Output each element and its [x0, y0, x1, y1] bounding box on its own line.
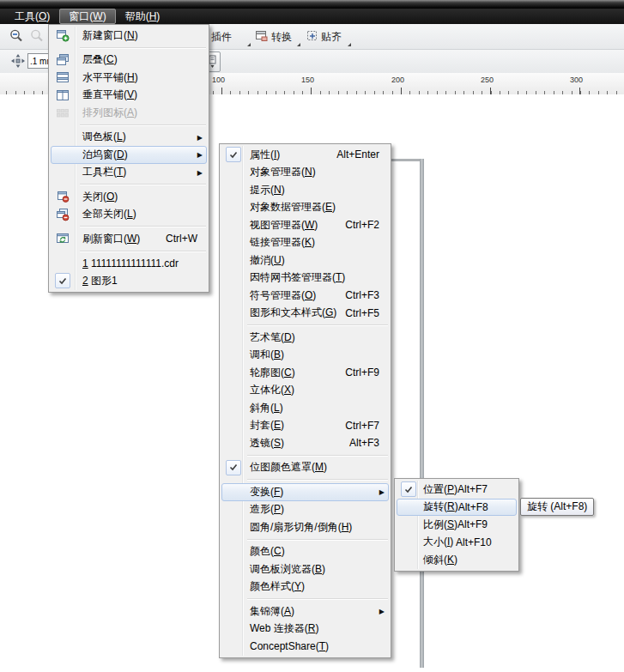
dockers-submenu-item-properties[interactable]: 属性(I)Alt+Enter — [221, 146, 389, 164]
transformations-submenu-item-scale[interactable]: 比例(S)Alt+F9 — [397, 516, 517, 534]
menubar-item-window[interactable]: 窗口(W) — [59, 9, 115, 24]
window-menu-item-close-all[interactable]: 全部关闭(L) — [51, 206, 207, 224]
menu-item-label: 集锦簿(A) — [250, 604, 294, 619]
menu-item-shortcut: Alt+F7 — [457, 483, 511, 495]
menu-bar: 工具(O)窗口(W)帮助(H) — [0, 9, 624, 24]
menu-item-shortcut: Alt+F9 — [457, 518, 511, 530]
submenu-arrow-icon: ▶ — [197, 151, 203, 159]
dockers-submenu-item-blend[interactable]: 调和(B) — [221, 347, 389, 365]
menu-item-label: 封套(E) — [250, 418, 284, 433]
dockers-submenu-item-color[interactable]: 颜色(C) — [221, 543, 389, 561]
dockers-submenu-item-extrude[interactable]: 立体化(X) — [221, 382, 389, 400]
menu-item-label: 层叠(C) — [82, 52, 118, 67]
menu-item-label: 颜色(C) — [250, 544, 285, 559]
menu-item-label: 造形(P) — [250, 502, 284, 517]
menu-item-label: 撤消(U) — [250, 253, 285, 268]
window-menu-item-toolbars[interactable]: 工具栏(T)▶ — [51, 164, 207, 182]
menu-item-shortcut: Alt+F3 — [349, 437, 383, 449]
window-menu-item-document-2[interactable]: 2 图形1 — [51, 272, 207, 290]
dockers-submenu-item-fillet-scallop-chamfer[interactable]: 圆角/扇形切角/倒角(H) — [221, 518, 389, 536]
menu-item-label: Web 连接器(R) — [250, 621, 318, 636]
toolbar-snap-label[interactable]: 贴齐 — [321, 30, 342, 44]
menu-item-shortcut: Ctrl+F2 — [345, 219, 383, 231]
dockers-submenu-item-hints[interactable]: 提示(N) — [221, 181, 389, 199]
menu-item-label: 变换(F) — [250, 485, 283, 499]
menu-item-label: 透镜(S) — [250, 436, 284, 451]
dockers-submenu-item-color-styles[interactable]: 颜色样式(Y) — [221, 578, 389, 596]
ruler-tick — [490, 88, 491, 94]
dockers-submenu-item-symbol-manager[interactable]: 符号管理器(O)Ctrl+F3 — [221, 287, 389, 305]
menubar-item-help[interactable]: 帮助(H) — [116, 9, 170, 24]
window-menu-item-tile-horizontal[interactable]: 水平平铺(H) — [51, 69, 207, 87]
menu-separator — [247, 479, 388, 481]
menu-item-label: 对象管理器(N) — [250, 165, 316, 179]
dockers-submenu-item-lens[interactable]: 透镜(S)Alt+F3 — [221, 434, 389, 452]
window-menu-item-cascade[interactable]: 层叠(C) — [51, 51, 207, 70]
menu-item-label: 比例(S) — [423, 518, 457, 532]
window-menu-item-color-palettes[interactable]: 调色板(L)▶ — [51, 129, 207, 147]
dockers-submenu-item-envelope[interactable]: 封套(E)Ctrl+F7 — [221, 417, 389, 435]
menu-item-label: 2 图形1 — [82, 274, 118, 288]
dockers-submenu-item-object-data-manager[interactable]: 对象数据管理器(E) — [221, 199, 389, 217]
window-menu-item-dockers[interactable]: 泊坞窗(D)▶ — [51, 146, 207, 164]
menu-item-label: 水平平铺(H) — [82, 70, 138, 85]
menu-item-label: 圆角/扇形切角/倒角(H) — [250, 520, 352, 535]
title-bar — [0, 0, 624, 9]
toolbar-convert-label[interactable]: 转换 — [271, 30, 292, 44]
dockers-submenu-item-transformations[interactable]: 变换(F)▶ — [221, 483, 389, 501]
menu-item-label: 全部关闭(L) — [82, 207, 136, 221]
window-menu-item-arrange-icons: 排列图标(A) — [51, 104, 207, 122]
dockers-submenu-item-internet-bookmark-manager[interactable]: 因特网书签管理器(T) — [221, 269, 389, 288]
menubar-item-tools[interactable]: 工具(O) — [5, 9, 59, 24]
menu-item-shortcut: Alt+F8 — [458, 501, 511, 513]
ruler-tick — [221, 88, 222, 94]
toolbar-overflow-icon[interactable] — [348, 43, 351, 46]
window-menu-item-close[interactable]: 关闭(O) — [51, 188, 207, 206]
menu-item-label: 轮廓图(C) — [250, 366, 295, 380]
dockers-submenu-item-shaping[interactable]: 造形(P) — [221, 501, 389, 519]
menu-item-label: 视图管理器(W) — [250, 218, 318, 233]
zoom-out-icon[interactable] — [9, 28, 24, 47]
menu-separator — [80, 184, 206, 185]
dockers-submenu-item-bitmap-color-mask[interactable]: 位图颜色遮罩(M) — [221, 459, 389, 477]
transformations-submenu-item-position[interactable]: 位置(P)Alt+F7 — [397, 481, 517, 499]
dockers-submenu-item-web-connector[interactable]: Web 连接器(R) — [221, 621, 389, 639]
menu-separator — [80, 124, 206, 126]
menu-item-shortcut: Ctrl+F7 — [345, 420, 383, 432]
window-menu-item-tile-vertical[interactable]: 垂直平铺(V) — [51, 87, 207, 105]
menu-item-label: 调色板(L) — [82, 130, 126, 144]
menu-separator — [247, 324, 388, 326]
dockers-submenu-item-view-manager[interactable]: 视图管理器(W)Ctrl+F2 — [221, 216, 389, 234]
ruler-label: 300 — [557, 76, 583, 84]
transformations-submenu-item-size[interactable]: 大小(I)Alt+F10 — [397, 534, 517, 552]
ruler-label: 200 — [379, 76, 404, 84]
dockers-submenu-item-bevel[interactable]: 斜角(L) — [221, 399, 389, 417]
dockers-submenu-item-scrapbook[interactable]: 集锦簿(A)▶ — [221, 602, 389, 621]
window-menu-item-document-1[interactable]: 1 11111111111111.cdr — [51, 255, 207, 273]
menu-item-label: 关闭(O) — [82, 190, 118, 204]
window-menu-item-refresh-window[interactable]: 刷新窗口(W)Ctrl+W — [51, 230, 207, 248]
toolbar-plugin-label[interactable]: 插件 — [211, 30, 232, 44]
cascade-icon — [56, 53, 70, 67]
dockers-submenu-item-graphic-text-styles[interactable]: 图形和文本样式(G)Ctrl+F5 — [221, 305, 389, 323]
menu-separator — [80, 251, 206, 252]
dockers-submenu-item-conceptshare[interactable]: ConceptShare(T) — [221, 638, 389, 656]
dockers-submenu-item-contour[interactable]: 轮廓图(C)Ctrl+F9 — [221, 364, 389, 382]
toolbar-overflow-icon[interactable] — [297, 43, 300, 46]
dockers-submenu-item-palette-browser[interactable]: 调色板浏览器(B) — [221, 560, 389, 578]
menu-item-shortcut: Ctrl+F3 — [345, 289, 383, 301]
transformations-submenu: 位置(P)Alt+F7旋转(R)Alt+F8比例(S)Alt+F9大小(I)Al… — [394, 478, 519, 572]
window-menu-item-new-window[interactable]: 新建窗口(N) — [51, 27, 207, 45]
dockers-submenu-item-undo[interactable]: 撤消(U) — [221, 251, 389, 269]
menu-separator — [80, 226, 206, 227]
toolbar-overflow-icon[interactable] — [247, 43, 251, 46]
ruler-label: 250 — [468, 76, 494, 84]
transformations-submenu-item-skew[interactable]: 倾斜(K) — [397, 551, 517, 569]
transformations-submenu-item-rotate[interactable]: 旋转(R)Alt+F8 — [397, 499, 517, 517]
menu-item-label: 属性(I) — [250, 148, 280, 162]
submenu-arrow-icon: ▶ — [197, 133, 203, 141]
menu-item-label: 排列图标(A) — [82, 106, 137, 120]
dockers-submenu-item-link-manager[interactable]: 链接管理器(K) — [221, 234, 389, 252]
dockers-submenu-item-artistic-media[interactable]: 艺术笔(D) — [221, 329, 389, 347]
dockers-submenu-item-object-manager[interactable]: 对象管理器(N) — [221, 164, 389, 182]
